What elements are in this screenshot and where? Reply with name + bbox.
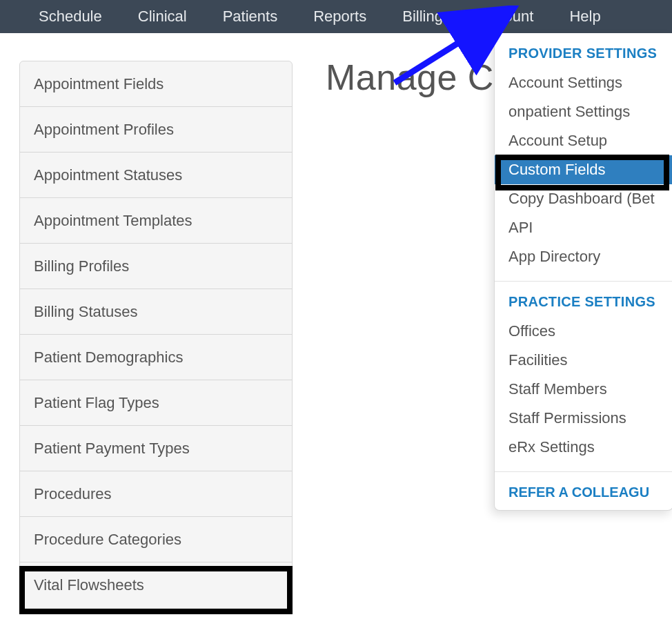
dropdown-item-copy-dashboard[interactable]: Copy Dashboard (Bet <box>495 184 672 213</box>
nav-schedule[interactable]: Schedule <box>21 0 120 33</box>
dropdown-item-facilities[interactable]: Facilities <box>495 346 672 375</box>
dropdown-item-app-directory[interactable]: App Directory <box>495 242 672 271</box>
dropdown-item-erx-settings[interactable]: eRx Settings <box>495 433 672 462</box>
sidebar-item-appointment-profiles[interactable]: Appointment Profiles <box>20 107 292 153</box>
sidebar-item-procedure-categories[interactable]: Procedure Categories <box>20 517 292 562</box>
dropdown-item-staff-permissions[interactable]: Staff Permissions <box>495 404 672 433</box>
account-dropdown: PROVIDER SETTINGS Account Settings onpat… <box>494 33 672 511</box>
dropdown-item-onpatient-settings[interactable]: onpatient Settings <box>495 97 672 126</box>
dropdown-item-account-setup[interactable]: Account Setup <box>495 126 672 155</box>
nav-help[interactable]: Help <box>551 0 618 33</box>
sidebar-item-patient-flag-types[interactable]: Patient Flag Types <box>20 380 292 426</box>
top-nav: Schedule Clinical Patients Reports Billi… <box>0 0 672 33</box>
dropdown-item-account-settings[interactable]: Account Settings <box>495 68 672 97</box>
sidebar-item-billing-profiles[interactable]: Billing Profiles <box>20 244 292 289</box>
sidebar-item-appointment-statuses[interactable]: Appointment Statuses <box>20 153 292 198</box>
sidebar-item-vital-flowsheets[interactable]: Vital Flowsheets <box>20 562 292 608</box>
dropdown-item-custom-fields[interactable]: Custom Fields <box>495 155 672 184</box>
custom-fields-sidebar: Appointment Fields Appointment Profiles … <box>19 61 293 609</box>
dropdown-item-offices[interactable]: Offices <box>495 317 672 346</box>
sidebar-item-patient-demographics[interactable]: Patient Demographics <box>20 335 292 380</box>
sidebar-item-billing-statuses[interactable]: Billing Statuses <box>20 289 292 335</box>
dropdown-item-api[interactable]: API <box>495 213 672 242</box>
dropdown-refer-colleague[interactable]: REFER A COLLEAGU <box>495 472 672 500</box>
nav-reports[interactable]: Reports <box>295 0 384 33</box>
page-title: Manage C <box>326 57 494 98</box>
sidebar-item-procedures[interactable]: Procedures <box>20 471 292 517</box>
nav-account[interactable]: Account <box>461 0 552 33</box>
nav-patients[interactable]: Patients <box>205 0 296 33</box>
sidebar-item-patient-payment-types[interactable]: Patient Payment Types <box>20 426 292 471</box>
dropdown-item-staff-members[interactable]: Staff Members <box>495 375 672 404</box>
sidebar-item-appointment-templates[interactable]: Appointment Templates <box>20 198 292 244</box>
nav-clinical[interactable]: Clinical <box>120 0 205 33</box>
dropdown-header-practice-settings: PRACTICE SETTINGS <box>495 282 672 317</box>
dropdown-header-provider-settings: PROVIDER SETTINGS <box>495 33 672 68</box>
nav-billing[interactable]: Billing <box>384 0 461 33</box>
sidebar-item-appointment-fields[interactable]: Appointment Fields <box>20 61 292 107</box>
